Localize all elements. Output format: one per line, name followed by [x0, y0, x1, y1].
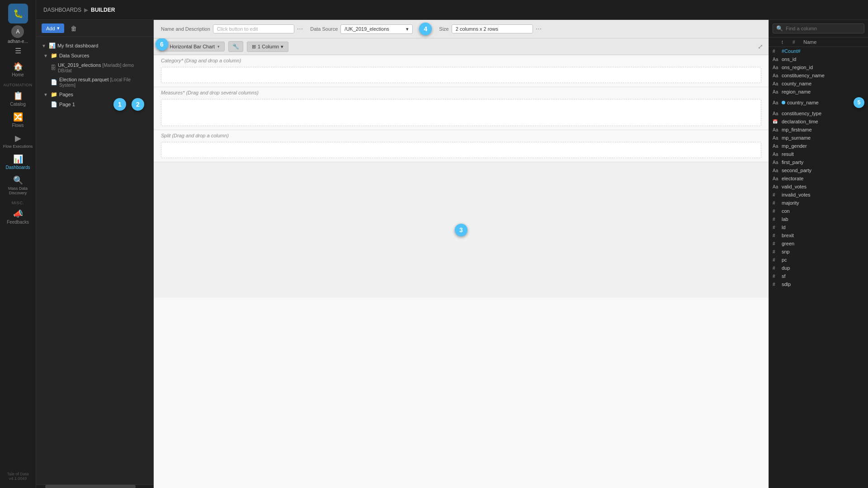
- badge-1: 1: [113, 98, 126, 111]
- data-source-arrow: ▾: [406, 26, 409, 32]
- chart-fields: Category* (Drag and drop a column) Measu…: [154, 55, 769, 488]
- list-item[interactable]: Aa ons_id: [769, 55, 868, 63]
- col-name: first_party: [782, 160, 864, 165]
- column-select[interactable]: ⊞ 1 Column ▾: [247, 42, 288, 52]
- size-item: Size 2 columns x 2 rows ···: [439, 24, 542, 33]
- list-item[interactable]: # green: [769, 239, 868, 248]
- breadcrumb-dashboards[interactable]: DASHBOARDS: [43, 7, 81, 13]
- tree-item-uk-elections[interactable]: 🗄 UK_2019_elections [Mariadb] demo DB/da…: [36, 61, 153, 75]
- topbar: DASHBOARDS ▶ BUILDER: [36, 0, 868, 20]
- left-panel: Add ▾ 🗑 ▼ 📊 My first dashboard ▼ 📁 Data …: [36, 20, 154, 488]
- list-item[interactable]: Aa mp_firstname: [769, 126, 868, 134]
- list-item[interactable]: Aa region_name: [769, 88, 868, 96]
- hamburger-menu-button[interactable]: ☰: [15, 47, 21, 55]
- list-item[interactable]: # lab: [769, 215, 868, 223]
- list-item[interactable]: Aa valid_votes: [769, 183, 868, 191]
- col-type-icon: #: [773, 233, 780, 238]
- col-name: ld: [782, 225, 864, 230]
- col-header-hash: #: [793, 40, 802, 45]
- search-input[interactable]: [773, 23, 864, 33]
- list-item[interactable]: # ld: [769, 223, 868, 231]
- list-item[interactable]: # #Count#: [769, 47, 868, 55]
- list-item[interactable]: Aa mp_surname: [769, 134, 868, 142]
- tree-item-data-sources[interactable]: ▼ 📁 Data Sources: [36, 51, 153, 61]
- list-item[interactable]: # brexit: [769, 231, 868, 239]
- col-type-icon: Aa: [773, 81, 780, 86]
- list-item[interactable]: # snp: [769, 248, 868, 256]
- wrench-button[interactable]: 🔧: [228, 41, 243, 52]
- list-item[interactable]: # dup: [769, 264, 868, 272]
- col-type-icon: Aa: [773, 127, 780, 132]
- list-item[interactable]: Aa constituency_name: [769, 71, 868, 80]
- sidebar: 🐛 A adhan-e... ☰ 🏠 Home Automation 📋 Cat…: [0, 0, 36, 488]
- list-item[interactable]: Aa constituency_type: [769, 109, 868, 117]
- list-item[interactable]: Aa first_party: [769, 158, 868, 166]
- col-type-icon: Aa: [773, 184, 780, 189]
- chart-type-button[interactable]: ≡ Horizontal Bar Chart ▾: [159, 42, 225, 52]
- sidebar-item-flow-executions[interactable]: ▶ Flow Executions: [0, 131, 36, 151]
- list-item[interactable]: # con: [769, 207, 868, 215]
- list-item[interactable]: # sf: [769, 272, 868, 280]
- size-more-button[interactable]: ···: [536, 25, 542, 33]
- tree-item-pages[interactable]: ▼ 📁 Pages: [36, 89, 153, 99]
- sidebar-item-feedbacks[interactable]: 📣 Feedbacks: [0, 206, 36, 227]
- sidebar-item-home[interactable]: 🏠 Home: [0, 59, 36, 80]
- list-item[interactable]: Aa electorate: [769, 174, 868, 183]
- size-input[interactable]: 2 columns x 2 rows: [452, 24, 533, 33]
- flows-icon: 🔀: [13, 112, 23, 122]
- sidebar-item-dashboards[interactable]: 📊 Dashboards: [0, 151, 36, 173]
- tree-item-dashboard[interactable]: ▼ 📊 My first dashboard: [36, 41, 153, 51]
- sidebar-item-mass-data-discovery[interactable]: 🔍 Mass Data Discovery: [0, 173, 36, 198]
- col-name: mp_surname: [782, 135, 864, 141]
- left-panel-toolbar: Add ▾ 🗑: [36, 20, 153, 37]
- horizontal-scrollbar[interactable]: [36, 484, 153, 488]
- column-select-icon: ⊞: [252, 44, 256, 50]
- col-type-icon: Aa: [773, 176, 780, 181]
- catalog-icon: 📋: [13, 91, 23, 101]
- list-item[interactable]: Aa ons_region_id: [769, 63, 868, 71]
- main-container: DASHBOARDS ▶ BUILDER Add ▾ 🗑 ▼ 📊 My firs…: [36, 0, 868, 488]
- col-type-icon: Aa: [773, 100, 780, 105]
- col-name: #Count#: [782, 48, 864, 54]
- delete-button[interactable]: 🗑: [68, 24, 80, 33]
- col-name: sdlp: [782, 282, 864, 287]
- home-icon: 🏠: [13, 61, 23, 71]
- list-item[interactable]: # sdlp: [769, 280, 868, 288]
- content-area: Add ▾ 🗑 ▼ 📊 My first dashboard ▼ 📁 Data …: [36, 20, 868, 488]
- file-icon: 📄: [51, 79, 57, 85]
- sidebar-item-flows[interactable]: 🔀 Flows: [0, 109, 36, 131]
- col-type-icon: Aa: [773, 168, 780, 173]
- name-desc-input[interactable]: Click button to edit: [213, 24, 294, 33]
- app-logo: 🐛: [8, 4, 28, 23]
- measures-drop-zone[interactable]: [161, 99, 761, 126]
- brand-label: Tale of Data: [7, 472, 28, 476]
- data-source-select[interactable]: /UK_2019_elections ▾: [340, 24, 413, 34]
- expand-button[interactable]: ⤢: [758, 43, 763, 50]
- tree-item-page1[interactable]: 📄 Page 1 1 2: [36, 99, 153, 109]
- list-item[interactable]: Aa result: [769, 150, 868, 158]
- category-drop-zone[interactable]: [161, 67, 761, 83]
- name-desc-label: Name and Description: [161, 26, 210, 32]
- col-type-icon: #: [773, 209, 780, 214]
- add-button[interactable]: Add ▾: [42, 23, 64, 33]
- tree-item-election-parquet[interactable]: 📄 Election result.parquet [Local File Sy…: [36, 75, 153, 89]
- col-name: declaration_time: [782, 119, 864, 124]
- list-item[interactable]: Aa county_name: [769, 80, 868, 88]
- col-type-icon: Aa: [773, 65, 780, 70]
- list-item[interactable]: Aa second_party: [769, 166, 868, 174]
- list-item[interactable]: # pc: [769, 256, 868, 264]
- col-name: constituency_type: [782, 111, 864, 116]
- col-type-icon: #: [773, 249, 780, 254]
- list-item[interactable]: Aa country_name 5: [769, 96, 868, 109]
- name-desc-more-button[interactable]: ···: [297, 25, 303, 33]
- list-item[interactable]: # invalid_votes: [769, 191, 868, 199]
- data-source-item: Data Source /UK_2019_elections ▾ 4: [310, 23, 432, 35]
- avatar: A: [11, 25, 24, 38]
- split-drop-zone[interactable]: [161, 142, 761, 158]
- flow-executions-icon: ▶: [15, 133, 21, 143]
- list-item[interactable]: Aa mp_gender: [769, 142, 868, 150]
- right-panel-search: 🔍: [769, 20, 868, 38]
- sidebar-item-catalog[interactable]: 📋 Catalog: [0, 88, 36, 109]
- list-item[interactable]: # majority: [769, 199, 868, 207]
- list-item[interactable]: 📅 declaration_time: [769, 117, 868, 126]
